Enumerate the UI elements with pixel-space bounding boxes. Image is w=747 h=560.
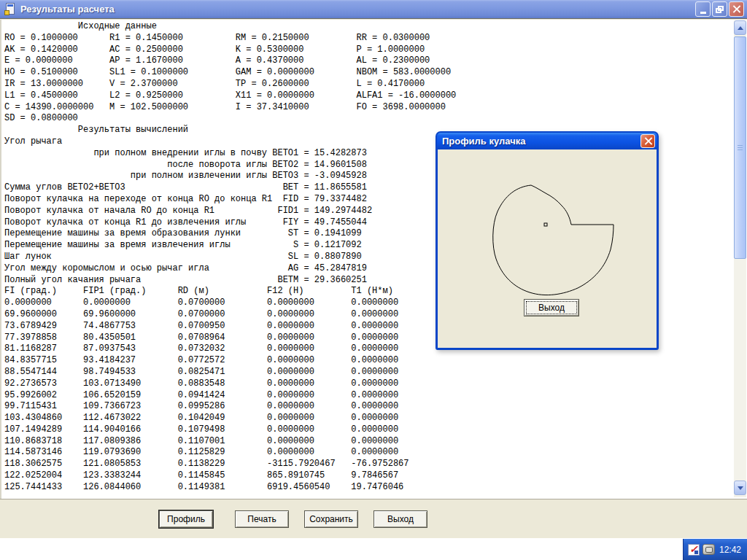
profile-button[interactable]: Профиль	[159, 510, 213, 528]
restore-button[interactable]	[712, 1, 727, 17]
scrollbar-thumb[interactable]	[734, 36, 746, 259]
exit-button[interactable]: Выход	[374, 510, 427, 528]
app-icon	[4, 3, 17, 15]
cam-center-dot	[544, 223, 547, 226]
arrow-up-icon	[738, 26, 743, 30]
dialog-close-button[interactable]	[640, 134, 655, 148]
dialog-exit-button[interactable]: Выход	[524, 299, 579, 316]
close-icon	[644, 137, 652, 145]
close-button[interactable]	[729, 1, 744, 17]
desktop: Результаты расчета Исходные данные RO = …	[0, 0, 747, 560]
vertical-scrollbar[interactable]	[734, 20, 746, 497]
thumb-grip-icon	[738, 145, 743, 151]
system-tray: 12:42	[683, 539, 747, 560]
dialog-title: Профиль кулачка	[439, 136, 640, 147]
utility-tray-icon[interactable]	[703, 544, 715, 555]
main-titlebar: Результаты расчета	[0, 0, 747, 19]
dialog-titlebar: Профиль кулачка	[437, 133, 657, 149]
dialog-client-area: Выход	[438, 150, 657, 348]
scroll-up-button[interactable]	[734, 20, 746, 35]
bottom-button-bar: Профиль Печать Сохранить Выход	[0, 499, 747, 538]
scroll-down-button[interactable]	[734, 481, 746, 495]
print-button[interactable]: Печать	[235, 510, 289, 528]
cam-profile-dialog: Профиль кулачка Выход	[436, 131, 659, 350]
cam-outline	[493, 185, 614, 295]
main-window-title: Результаты расчета	[20, 4, 695, 15]
checkmark-tray-icon[interactable]	[688, 544, 700, 556]
desktop-strip: 12:42	[0, 538, 747, 560]
taskbar-clock: 12:42	[718, 545, 741, 555]
save-button[interactable]: Сохранить	[304, 510, 358, 528]
minimize-button[interactable]	[695, 1, 711, 17]
arrow-down-icon	[738, 486, 743, 490]
